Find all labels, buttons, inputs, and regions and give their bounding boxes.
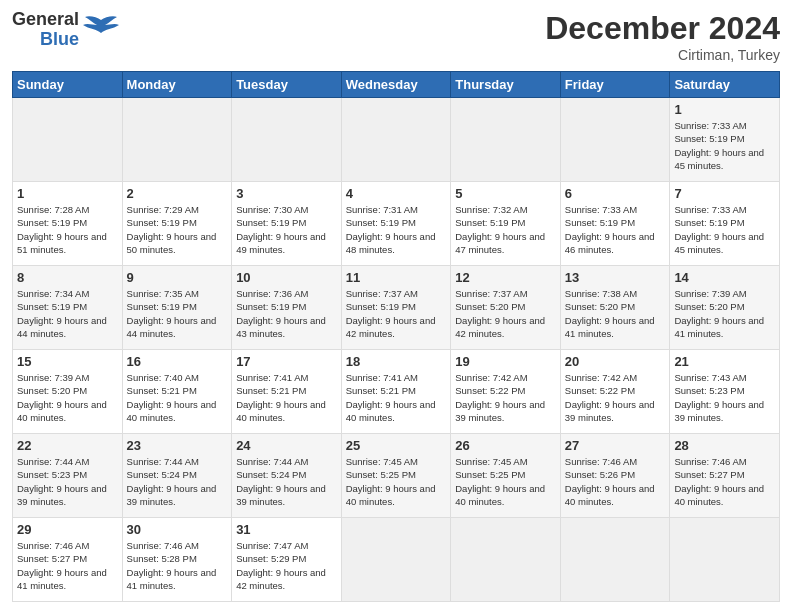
calendar-cell: 4Sunrise: 7:31 AMSunset: 5:19 PMDaylight… (341, 182, 451, 266)
calendar-cell (341, 98, 451, 182)
day-info: Sunrise: 7:31 AMSunset: 5:19 PMDaylight:… (346, 203, 447, 256)
calendar-cell: 8Sunrise: 7:34 AMSunset: 5:19 PMDaylight… (13, 266, 123, 350)
calendar-cell: 31Sunrise: 7:47 AMSunset: 5:29 PMDayligh… (232, 518, 342, 602)
calendar-cell: 16Sunrise: 7:40 AMSunset: 5:21 PMDayligh… (122, 350, 232, 434)
day-info: Sunrise: 7:42 AMSunset: 5:22 PMDaylight:… (455, 371, 556, 424)
calendar-table: SundayMondayTuesdayWednesdayThursdayFrid… (12, 71, 780, 602)
calendar-cell: 24Sunrise: 7:44 AMSunset: 5:24 PMDayligh… (232, 434, 342, 518)
calendar-cell: 22Sunrise: 7:44 AMSunset: 5:23 PMDayligh… (13, 434, 123, 518)
title-block: December 2024 Cirtiman, Turkey (545, 10, 780, 63)
day-info: Sunrise: 7:47 AMSunset: 5:29 PMDaylight:… (236, 539, 337, 592)
day-number: 5 (455, 186, 556, 201)
calendar-cell: 17Sunrise: 7:41 AMSunset: 5:21 PMDayligh… (232, 350, 342, 434)
month-title: December 2024 (545, 10, 780, 47)
logo-text-blue: Blue (40, 30, 79, 50)
day-number: 12 (455, 270, 556, 285)
calendar-cell (13, 98, 123, 182)
day-info: Sunrise: 7:44 AMSunset: 5:24 PMDaylight:… (236, 455, 337, 508)
day-info: Sunrise: 7:33 AMSunset: 5:19 PMDaylight:… (565, 203, 666, 256)
calendar-page: General Blue December 2024 Cirtiman, Tur… (0, 0, 792, 612)
calendar-cell: 9Sunrise: 7:35 AMSunset: 5:19 PMDaylight… (122, 266, 232, 350)
calendar-cell: 26Sunrise: 7:45 AMSunset: 5:25 PMDayligh… (451, 434, 561, 518)
day-info: Sunrise: 7:40 AMSunset: 5:21 PMDaylight:… (127, 371, 228, 424)
calendar-cell: 11Sunrise: 7:37 AMSunset: 5:19 PMDayligh… (341, 266, 451, 350)
day-number: 31 (236, 522, 337, 537)
page-header: General Blue December 2024 Cirtiman, Tur… (12, 10, 780, 63)
day-info: Sunrise: 7:33 AMSunset: 5:19 PMDaylight:… (674, 203, 775, 256)
day-number: 2 (127, 186, 228, 201)
day-info: Sunrise: 7:46 AMSunset: 5:28 PMDaylight:… (127, 539, 228, 592)
day-info: Sunrise: 7:45 AMSunset: 5:25 PMDaylight:… (346, 455, 447, 508)
day-number: 26 (455, 438, 556, 453)
calendar-cell (232, 98, 342, 182)
calendar-cell: 30Sunrise: 7:46 AMSunset: 5:28 PMDayligh… (122, 518, 232, 602)
calendar-cell: 23Sunrise: 7:44 AMSunset: 5:24 PMDayligh… (122, 434, 232, 518)
calendar-cell (670, 518, 780, 602)
day-info: Sunrise: 7:43 AMSunset: 5:23 PMDaylight:… (674, 371, 775, 424)
day-header-wednesday: Wednesday (341, 72, 451, 98)
calendar-cell (560, 98, 670, 182)
calendar-cell: 18Sunrise: 7:41 AMSunset: 5:21 PMDayligh… (341, 350, 451, 434)
day-number: 29 (17, 522, 118, 537)
day-info: Sunrise: 7:39 AMSunset: 5:20 PMDaylight:… (17, 371, 118, 424)
calendar-cell: 21Sunrise: 7:43 AMSunset: 5:23 PMDayligh… (670, 350, 780, 434)
calendar-cell (451, 98, 561, 182)
day-number: 13 (565, 270, 666, 285)
logo-bird-icon (83, 15, 119, 45)
day-info: Sunrise: 7:42 AMSunset: 5:22 PMDaylight:… (565, 371, 666, 424)
calendar-week-0: 1Sunrise: 7:33 AMSunset: 5:19 PMDaylight… (13, 98, 780, 182)
calendar-cell (560, 518, 670, 602)
day-info: Sunrise: 7:29 AMSunset: 5:19 PMDaylight:… (127, 203, 228, 256)
day-number: 9 (127, 270, 228, 285)
calendar-cell: 3Sunrise: 7:30 AMSunset: 5:19 PMDaylight… (232, 182, 342, 266)
calendar-cell: 10Sunrise: 7:36 AMSunset: 5:19 PMDayligh… (232, 266, 342, 350)
day-info: Sunrise: 7:44 AMSunset: 5:23 PMDaylight:… (17, 455, 118, 508)
calendar-week-4: 22Sunrise: 7:44 AMSunset: 5:23 PMDayligh… (13, 434, 780, 518)
day-header-monday: Monday (122, 72, 232, 98)
day-number: 19 (455, 354, 556, 369)
day-number: 22 (17, 438, 118, 453)
day-number: 23 (127, 438, 228, 453)
calendar-cell: 15Sunrise: 7:39 AMSunset: 5:20 PMDayligh… (13, 350, 123, 434)
day-header-tuesday: Tuesday (232, 72, 342, 98)
logo: General Blue (12, 10, 119, 50)
calendar-cell (341, 518, 451, 602)
day-number: 3 (236, 186, 337, 201)
day-number: 11 (346, 270, 447, 285)
day-info: Sunrise: 7:41 AMSunset: 5:21 PMDaylight:… (346, 371, 447, 424)
day-number: 14 (674, 270, 775, 285)
day-number: 30 (127, 522, 228, 537)
calendar-cell: 7Sunrise: 7:33 AMSunset: 5:19 PMDaylight… (670, 182, 780, 266)
calendar-cell: 14Sunrise: 7:39 AMSunset: 5:20 PMDayligh… (670, 266, 780, 350)
day-number: 15 (17, 354, 118, 369)
day-number: 4 (346, 186, 447, 201)
day-info: Sunrise: 7:30 AMSunset: 5:19 PMDaylight:… (236, 203, 337, 256)
day-number: 25 (346, 438, 447, 453)
day-info: Sunrise: 7:39 AMSunset: 5:20 PMDaylight:… (674, 287, 775, 340)
calendar-cell: 20Sunrise: 7:42 AMSunset: 5:22 PMDayligh… (560, 350, 670, 434)
calendar-cell: 19Sunrise: 7:42 AMSunset: 5:22 PMDayligh… (451, 350, 561, 434)
calendar-cell: 29Sunrise: 7:46 AMSunset: 5:27 PMDayligh… (13, 518, 123, 602)
day-info: Sunrise: 7:37 AMSunset: 5:19 PMDaylight:… (346, 287, 447, 340)
calendar-cell: 5Sunrise: 7:32 AMSunset: 5:19 PMDaylight… (451, 182, 561, 266)
day-number: 8 (17, 270, 118, 285)
calendar-cell (122, 98, 232, 182)
calendar-week-2: 8Sunrise: 7:34 AMSunset: 5:19 PMDaylight… (13, 266, 780, 350)
day-info: Sunrise: 7:35 AMSunset: 5:19 PMDaylight:… (127, 287, 228, 340)
calendar-cell: 2Sunrise: 7:29 AMSunset: 5:19 PMDaylight… (122, 182, 232, 266)
day-number: 7 (674, 186, 775, 201)
day-number: 1 (674, 102, 775, 117)
day-header-saturday: Saturday (670, 72, 780, 98)
day-number: 6 (565, 186, 666, 201)
day-number: 10 (236, 270, 337, 285)
day-header-sunday: Sunday (13, 72, 123, 98)
calendar-cell: 25Sunrise: 7:45 AMSunset: 5:25 PMDayligh… (341, 434, 451, 518)
day-number: 21 (674, 354, 775, 369)
calendar-cell: 12Sunrise: 7:37 AMSunset: 5:20 PMDayligh… (451, 266, 561, 350)
logo-text-general: General (12, 10, 79, 30)
day-info: Sunrise: 7:44 AMSunset: 5:24 PMDaylight:… (127, 455, 228, 508)
day-info: Sunrise: 7:46 AMSunset: 5:27 PMDaylight:… (674, 455, 775, 508)
day-info: Sunrise: 7:36 AMSunset: 5:19 PMDaylight:… (236, 287, 337, 340)
day-info: Sunrise: 7:33 AMSunset: 5:19 PMDaylight:… (674, 119, 775, 172)
calendar-cell: 6Sunrise: 7:33 AMSunset: 5:19 PMDaylight… (560, 182, 670, 266)
